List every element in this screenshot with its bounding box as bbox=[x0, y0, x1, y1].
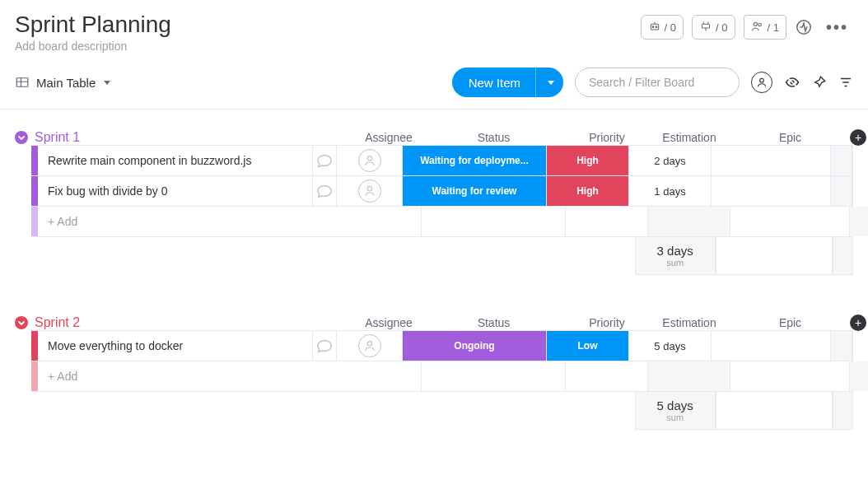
table-row[interactable]: Move everything to dockerOngoingLow5 day… bbox=[31, 330, 853, 361]
status-cell[interactable]: Waiting for deployme... bbox=[403, 146, 547, 175]
board-description-input[interactable]: Add board description bbox=[15, 40, 171, 53]
status-cell bbox=[422, 361, 566, 391]
add-column[interactable]: + bbox=[850, 315, 868, 331]
item-name[interactable]: Rewrite main component in buzzword.js bbox=[38, 146, 313, 175]
estimation-summary: 5 dayssum bbox=[635, 392, 716, 430]
members-counter[interactable]: / 1 bbox=[744, 15, 786, 40]
group-summary: 3 dayssum bbox=[31, 237, 853, 275]
collapse-icon[interactable] bbox=[15, 131, 28, 144]
automation-counter[interactable]: / 0 bbox=[641, 15, 684, 40]
toolbar-right: New Item bbox=[452, 68, 853, 97]
estimation-summary: 3 dayssum bbox=[635, 237, 716, 275]
epic-cell[interactable] bbox=[712, 331, 831, 361]
search-input[interactable] bbox=[575, 68, 740, 97]
status-cell[interactable]: Ongoing bbox=[403, 331, 547, 361]
epic-summary bbox=[716, 392, 833, 430]
plus-icon: + bbox=[850, 315, 866, 331]
svg-point-14 bbox=[367, 342, 371, 346]
add-column[interactable]: + bbox=[850, 129, 868, 146]
comment-button[interactable] bbox=[313, 176, 337, 206]
group-header: Sprint 1AssigneeStatusPriorityEstimation… bbox=[15, 129, 853, 146]
estimation-cell[interactable]: 2 days bbox=[629, 146, 712, 175]
estimation-cell[interactable]: 5 days bbox=[629, 331, 712, 361]
eye-off-icon[interactable] bbox=[784, 74, 800, 91]
plus-icon: + bbox=[850, 129, 866, 146]
filter-icon[interactable] bbox=[838, 75, 853, 90]
estimation-cell[interactable]: 1 days bbox=[629, 176, 712, 206]
chevron-down-icon bbox=[548, 81, 554, 85]
epic-cell[interactable] bbox=[712, 176, 831, 206]
col-head-estimation[interactable]: Estimation bbox=[648, 131, 730, 144]
person-filter[interactable] bbox=[751, 72, 772, 93]
priority-cell[interactable]: High bbox=[547, 176, 629, 206]
add-item-input[interactable]: + Add bbox=[38, 207, 356, 236]
svg-point-5 bbox=[758, 23, 760, 26]
group-title[interactable]: Sprint 1 bbox=[35, 130, 80, 145]
item-name[interactable]: Move everything to docker bbox=[38, 331, 313, 361]
add-item-input[interactable]: + Add bbox=[38, 361, 356, 391]
row-end-cell bbox=[831, 146, 852, 175]
col-head-assignee[interactable]: Assignee bbox=[356, 131, 422, 144]
pin-icon[interactable] bbox=[812, 75, 827, 90]
group-title-wrap[interactable]: Sprint 1 bbox=[15, 130, 356, 145]
svg-point-1 bbox=[652, 26, 654, 27]
row-end-cell bbox=[850, 361, 868, 391]
priority-cell[interactable]: High bbox=[547, 146, 629, 175]
row-color-bar bbox=[31, 331, 38, 361]
item-name[interactable]: Fix bug with divide by 0 bbox=[38, 176, 313, 206]
epic-cell bbox=[730, 361, 850, 391]
board-title[interactable]: Sprint Planning bbox=[15, 12, 171, 38]
table-row[interactable]: Rewrite main component in buzzword.jsWai… bbox=[31, 145, 853, 176]
epic-cell[interactable] bbox=[712, 146, 831, 175]
svg-point-4 bbox=[754, 22, 757, 26]
priority-cell bbox=[566, 207, 648, 236]
activity-icon[interactable] bbox=[795, 18, 813, 36]
person-icon bbox=[358, 334, 381, 357]
col-head-estimation[interactable]: Estimation bbox=[648, 316, 730, 329]
summary-end bbox=[833, 237, 853, 275]
view-picker[interactable]: Main Table bbox=[15, 75, 110, 90]
col-head-status[interactable]: Status bbox=[422, 131, 566, 144]
header-left: Sprint Planning Add board description bbox=[15, 12, 171, 53]
svg-rect-7 bbox=[16, 78, 28, 87]
board-toolbar: Main Table New Item bbox=[0, 58, 868, 110]
priority-cell[interactable]: Low bbox=[547, 331, 629, 361]
add-row[interactable]: + Add bbox=[31, 361, 853, 392]
col-head-assignee[interactable]: Assignee bbox=[356, 316, 422, 329]
more-menu-icon[interactable]: ••• bbox=[821, 18, 853, 37]
epic-summary bbox=[716, 237, 833, 275]
epic-cell bbox=[730, 207, 850, 236]
collapse-icon[interactable] bbox=[15, 316, 28, 329]
svg-point-2 bbox=[656, 26, 657, 27]
row-end-cell bbox=[831, 331, 852, 361]
status-cell[interactable]: Waiting for review bbox=[403, 176, 547, 206]
group-title[interactable]: Sprint 2 bbox=[35, 315, 80, 330]
new-item-dropdown[interactable] bbox=[535, 68, 563, 97]
col-head-priority[interactable]: Priority bbox=[566, 316, 648, 329]
integration-counter[interactable]: / 0 bbox=[692, 15, 735, 40]
col-head-epic[interactable]: Epic bbox=[730, 316, 850, 329]
comment-button[interactable] bbox=[313, 146, 337, 175]
chat-icon bbox=[315, 151, 334, 170]
row-color-bar bbox=[31, 361, 38, 391]
row-color-bar bbox=[31, 176, 38, 206]
priority-cell bbox=[566, 361, 648, 391]
chat-icon bbox=[315, 182, 334, 200]
integration-count: / 0 bbox=[716, 21, 727, 34]
view-label: Main Table bbox=[36, 76, 96, 90]
new-item-button[interactable]: New Item bbox=[452, 68, 563, 97]
group-title-wrap[interactable]: Sprint 2 bbox=[15, 315, 356, 330]
comment-button[interactable] bbox=[313, 331, 337, 361]
add-row[interactable]: + Add bbox=[31, 206, 853, 237]
svg-point-8 bbox=[760, 78, 764, 82]
people-icon bbox=[751, 20, 764, 35]
summary-label: sum bbox=[666, 412, 684, 422]
assignee-cell[interactable] bbox=[337, 146, 403, 175]
col-head-epic[interactable]: Epic bbox=[730, 131, 850, 144]
assignee-cell[interactable] bbox=[337, 331, 403, 361]
col-head-priority[interactable]: Priority bbox=[566, 131, 648, 144]
summary-value: 5 days bbox=[657, 398, 693, 412]
col-head-status[interactable]: Status bbox=[422, 316, 566, 329]
assignee-cell[interactable] bbox=[337, 176, 403, 206]
table-row[interactable]: Fix bug with divide by 0Waiting for revi… bbox=[31, 175, 853, 207]
